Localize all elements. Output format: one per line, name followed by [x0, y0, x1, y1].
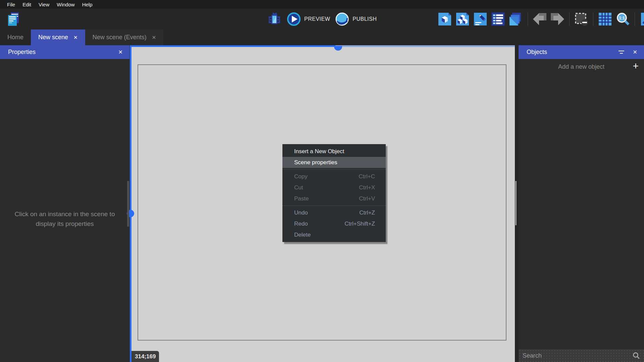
zoom-1-1-icon[interactable]: 1:1 [615, 12, 630, 26]
close-icon[interactable]: ✕ [118, 49, 123, 55]
menu-item-paste[interactable]: Paste Ctrl+V [282, 193, 386, 204]
tab-new-scene-events[interactable]: New scene (Events) ✕ [85, 29, 164, 45]
menu-item-redo[interactable]: Redo Ctrl+Shift+Z [282, 218, 386, 229]
publish-button[interactable]: PUBLISH [335, 12, 377, 26]
menu-divider [282, 169, 386, 170]
layers-icon[interactable] [508, 12, 523, 26]
left-scrollbar-thumb[interactable] [127, 181, 129, 227]
menubar: File Edit View Window Help [0, 0, 644, 9]
properties-panel-header: Properties ✕ [0, 45, 129, 59]
preview-button[interactable]: PREVIEW [286, 12, 330, 26]
grid-icon[interactable] [598, 12, 612, 26]
events-sheet-icon[interactable] [491, 12, 505, 26]
toolbar: PREVIEW PUBLISH [0, 9, 644, 29]
tab-new-scene[interactable]: New scene ✕ [31, 29, 85, 45]
toolbar-center: PREVIEW PUBLISH [267, 11, 377, 27]
svg-text:1:1: 1:1 [619, 16, 625, 20]
tab-new-scene-label: New scene [38, 34, 68, 41]
publish-label: PUBLISH [353, 16, 377, 22]
menu-file[interactable]: File [3, 1, 19, 8]
menu-window[interactable]: Window [53, 1, 78, 8]
menu-divider [282, 205, 386, 206]
properties-panel-body: Click on an instance in the scene to dis… [0, 59, 129, 362]
add-new-object-label: Add a new object [558, 63, 604, 70]
menu-item-copy[interactable]: Copy Ctrl+C [282, 171, 386, 182]
objects-panel-title: Objects [527, 49, 547, 56]
filter-icon[interactable] [619, 51, 624, 54]
tab-home-label: Home [7, 34, 23, 41]
toolbar-separator [569, 12, 570, 26]
preview-label: PREVIEW [304, 16, 330, 22]
tab-new-scene-events-label: New scene (Events) [93, 34, 147, 41]
deselect-icon[interactable] [574, 12, 589, 26]
objects-search-bar [519, 349, 644, 362]
properties-panel-title: Properties [8, 49, 36, 56]
toolbar-right: 1:1 [437, 11, 644, 27]
tab-close-icon[interactable]: ✕ [152, 35, 156, 41]
properties-panel: Properties ✕ Click on an instance in the… [0, 45, 129, 362]
menu-item-scene-properties[interactable]: Scene properties [282, 157, 386, 168]
menu-item-undo[interactable]: Undo Ctrl+Z [282, 207, 386, 218]
add-new-object-row[interactable]: Add a new object + [519, 59, 644, 74]
search-icon[interactable] [633, 352, 640, 359]
canvas-left-border [130, 45, 131, 362]
right-scrollbar-thumb[interactable] [515, 181, 517, 225]
context-menu: Insert a New Object Scene properties Cop… [282, 144, 386, 242]
scene-properties-icon[interactable] [437, 12, 452, 26]
preview-play-icon [286, 12, 301, 26]
publish-icon [335, 12, 350, 26]
tab-close-icon[interactable]: ✕ [73, 35, 78, 41]
tabbar: Home New scene ✕ New scene (Events) ✕ [0, 29, 644, 45]
close-icon[interactable]: ✕ [633, 49, 637, 55]
splitter-handle-top[interactable] [334, 46, 342, 51]
redo-icon[interactable] [550, 12, 565, 26]
toolbar-separator [635, 12, 635, 26]
canvas-top-border [130, 45, 335, 47]
toolbar-separator [528, 12, 528, 26]
plus-icon[interactable]: + [633, 61, 639, 71]
edit-scene-icon[interactable] [473, 12, 488, 26]
toolbar-separator [593, 12, 593, 26]
menu-item-cut[interactable]: Cut Ctrl+X [282, 182, 386, 193]
objects-list-icon[interactable] [455, 12, 470, 26]
menu-item-insert-new-object[interactable]: Insert a New Object [282, 146, 386, 157]
tab-home[interactable]: Home [0, 29, 31, 45]
objects-panel: Objects ✕ Add a new object + [519, 45, 644, 362]
menu-edit[interactable]: Edit [19, 1, 35, 8]
project-manager-icon[interactable] [6, 12, 21, 26]
debug-icon[interactable] [267, 12, 282, 26]
properties-empty-message: Click on an instance in the scene to dis… [14, 209, 115, 229]
canvas-top-border-muted [335, 45, 515, 47]
cursor-coordinates-badge: 314;169 [131, 351, 159, 362]
menu-help[interactable]: Help [78, 1, 96, 8]
menu-item-delete[interactable]: Delete [282, 229, 386, 240]
menu-view[interactable]: View [35, 1, 53, 8]
setup-icon[interactable] [639, 12, 644, 26]
undo-icon[interactable] [532, 12, 547, 26]
objects-panel-header: Objects ✕ [519, 45, 644, 59]
gdevelop-window: File Edit View Window Help [0, 0, 644, 362]
search-input[interactable] [523, 352, 633, 359]
